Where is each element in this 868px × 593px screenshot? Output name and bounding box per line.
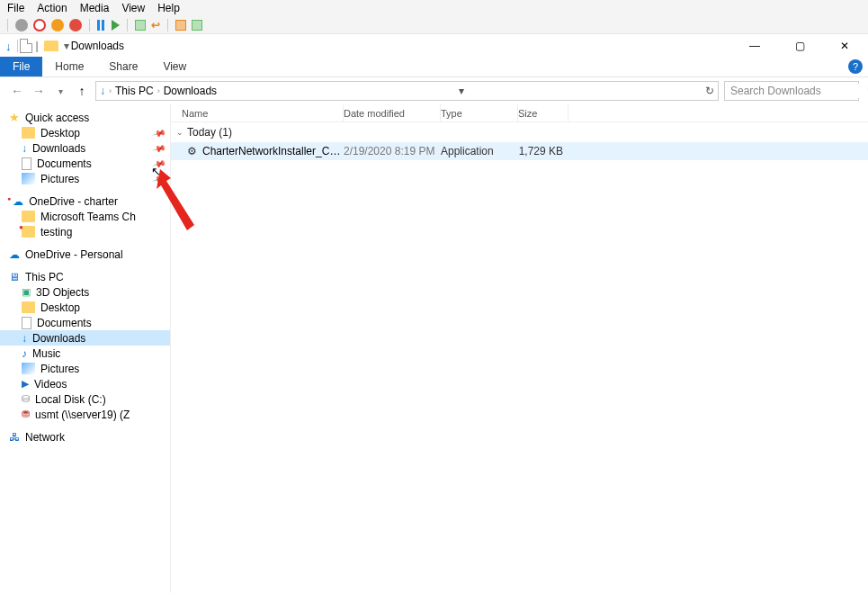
star-icon: ★ [9, 111, 20, 124]
file-size: 1,729 KB [518, 145, 568, 157]
nav-label: Pictures [40, 363, 79, 375]
vm-menu-view[interactable]: View [121, 2, 145, 14]
network-icon: 🖧 [9, 431, 20, 444]
forward-button: → [31, 84, 47, 98]
vm-btn-greyed [15, 19, 28, 31]
nav-label: This PC [25, 271, 64, 283]
up-button[interactable]: ↑ [74, 84, 90, 98]
nav-this-pc[interactable]: 🖥 This PC [0, 269, 170, 284]
ribbon-view[interactable]: View [150, 57, 199, 76]
record-icon[interactable] [33, 19, 46, 31]
minimize-button[interactable]: — [737, 34, 773, 58]
pin-icon: 📌 [152, 141, 166, 156]
nav-onedrive-charter[interactable]: ☁ OneDrive - charter [0, 193, 170, 209]
vm-toolbar: ↩ [0, 16, 868, 34]
video-icon: ▶ [22, 378, 29, 390]
vm-menu-media[interactable]: Media [80, 2, 110, 14]
file-row[interactable]: ⚙ CharterNetworkInstaller_C-ZZGA6-4AJZ3.… [171, 142, 868, 160]
col-size[interactable]: Size [518, 104, 568, 121]
breadcrumb-segment[interactable]: This PC [115, 85, 154, 97]
folder-sync-icon: ● [22, 226, 35, 238]
col-type[interactable]: Type [441, 104, 518, 121]
column-headers: Name Date modified Type Size [171, 104, 868, 122]
refresh-button[interactable]: ↻ [705, 85, 714, 97]
nav-label: Microsoft Teams Ch [40, 211, 136, 223]
ribbon: File Home Share View ? [0, 58, 868, 77]
nav-label: 3D Objects [36, 286, 89, 299]
revert-icon[interactable]: ↩ [151, 19, 160, 31]
pc-icon: 🖥 [9, 271, 20, 283]
enhanced-icon[interactable] [175, 20, 186, 31]
qat-sep: | [36, 40, 39, 52]
nav-item-usmt-server19-z[interactable]: ⛃usmt (\\server19) (Z [0, 407, 170, 422]
basic-icon[interactable] [192, 20, 202, 31]
nav-item-3d-objects[interactable]: ▣3D Objects [0, 284, 170, 300]
nav-item-pictures[interactable]: Pictures📌 [0, 171, 170, 186]
ribbon-file[interactable]: File [0, 57, 42, 76]
nav-onedrive-personal[interactable]: ☁ OneDrive - Personal [0, 247, 170, 262]
stop-sess-icon[interactable] [69, 19, 82, 31]
nav-label: usmt (\\server19) (Z [35, 409, 130, 421]
folder-icon [44, 40, 58, 51]
folder-icon [22, 127, 35, 139]
nav-label: Videos [34, 378, 67, 391]
nav-item-downloads[interactable]: ↓Downloads📌 [0, 140, 170, 156]
cloud-error-icon: ☁ [9, 195, 23, 208]
nav-item-documents[interactable]: Documents [0, 315, 170, 330]
down-arrow-icon[interactable]: ↓ [5, 40, 12, 53]
vm-menu-help[interactable]: Help [157, 2, 180, 14]
vm-menubar: File Action Media View Help [0, 0, 868, 16]
close-button[interactable]: ✕ [827, 34, 863, 58]
download-icon: ↓ [22, 142, 27, 155]
maximize-button[interactable]: ▢ [782, 34, 818, 58]
vm-menu-file[interactable]: File [7, 2, 24, 14]
nav-item-local-disk-c-[interactable]: ⛁Local Disk (C:) [0, 391, 170, 407]
window-title: Downloads [71, 40, 124, 52]
nav-item-microsoft-teams-ch[interactable]: Microsoft Teams Ch [0, 209, 170, 224]
nav-item-desktop[interactable]: Desktop [0, 300, 170, 315]
nav-item-documents[interactable]: Documents📌 [0, 156, 170, 171]
play-icon[interactable] [112, 20, 120, 31]
nav-label: Quick access [25, 112, 89, 124]
vm-menu-action[interactable]: Action [37, 2, 67, 14]
ribbon-help[interactable]: ? [848, 59, 863, 74]
pause-sess-icon[interactable] [51, 19, 64, 31]
nav-item-downloads[interactable]: ↓Downloads [0, 330, 170, 346]
addr-dropdown[interactable]: ▾ [459, 85, 464, 97]
nav-item-testing[interactable]: ●testing [0, 224, 170, 239]
ribbon-home[interactable]: Home [42, 57, 96, 76]
address-row: ← → ▾ ↑ ↓ › This PC › Downloads ▾ ↻ 🔍 [0, 77, 868, 104]
nav-item-desktop[interactable]: Desktop📌 [0, 125, 170, 140]
nav-item-videos[interactable]: ▶Videos [0, 376, 170, 391]
down-arrow-icon: ↓ [100, 85, 105, 97]
pause-icon[interactable] [97, 20, 106, 31]
back-button[interactable]: ← [9, 84, 25, 98]
checkpoint-icon[interactable] [135, 20, 146, 31]
cloud-icon: ☁ [9, 248, 20, 261]
search-input[interactable] [729, 84, 867, 98]
chevron-down-icon: ⌄ [176, 128, 183, 137]
nav-item-music[interactable]: ♪Music [0, 346, 170, 361]
document-icon [22, 317, 31, 329]
installer-icon: ⚙ [187, 145, 197, 157]
nav-quick-access[interactable]: ★ Quick access [0, 110, 170, 125]
nav-label: Pictures [40, 173, 79, 185]
ribbon-share[interactable]: Share [96, 57, 150, 76]
pictures-icon [22, 363, 35, 374]
search-box[interactable]: 🔍 [724, 81, 859, 101]
nav-label: Downloads [32, 142, 85, 155]
nav-label: OneDrive - charter [29, 195, 118, 208]
group-header[interactable]: ⌄ Today (1) [171, 122, 868, 142]
recent-dropdown[interactable]: ▾ [52, 86, 68, 96]
nav-label: Local Disk (C:) [35, 393, 106, 406]
nav-item-pictures[interactable]: Pictures [0, 361, 170, 376]
chevron-right-icon[interactable]: › [157, 86, 160, 95]
chevron-right-icon[interactable]: › [109, 86, 112, 95]
address-bar[interactable]: ↓ › This PC › Downloads ▾ ↻ [95, 81, 719, 101]
nav-network[interactable]: 🖧 Network [0, 429, 170, 445]
col-name[interactable]: Name [171, 104, 344, 121]
nav-pane: ★ Quick access Desktop📌↓Downloads📌Docume… [0, 104, 171, 593]
qat-menu[interactable]: ▾ [64, 40, 69, 52]
col-date[interactable]: Date modified [344, 104, 441, 121]
breadcrumb-segment[interactable]: Downloads [164, 85, 217, 97]
